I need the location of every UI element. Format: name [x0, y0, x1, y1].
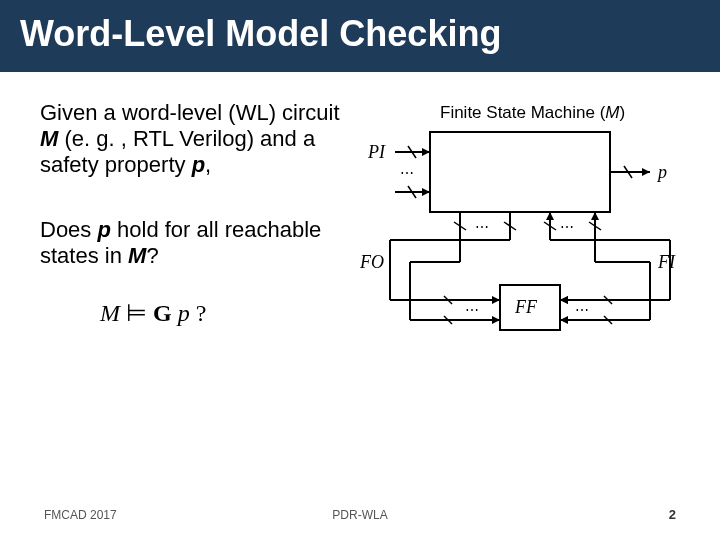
formula-qmark: ? [196, 300, 207, 326]
var-p: p [97, 217, 110, 242]
footer-left: FMCAD 2017 [44, 508, 117, 522]
text: Given a word-level (WL) circuit [40, 100, 340, 125]
diagram-column: Finite State Machine (M) PI ⋯ p [350, 100, 700, 364]
paragraph-1: Given a word-level (WL) circuit M (e. g.… [40, 100, 340, 178]
arrowhead-icon [422, 188, 430, 196]
arrowhead-icon [591, 212, 599, 220]
formula-G: G [153, 300, 172, 326]
label-PI: PI [367, 142, 386, 162]
slide-footer: FMCAD 2017 PDR-WLA 2 [0, 507, 720, 522]
var-M: M [40, 126, 58, 151]
label-FI: FI [657, 252, 676, 272]
var-p: p [192, 152, 205, 177]
slide-body: Given a word-level (WL) circuit M (e. g.… [0, 72, 720, 364]
label-FO: FO [359, 252, 384, 272]
arrowhead-icon [422, 148, 430, 156]
formula-p: p [178, 300, 190, 326]
text: ? [146, 243, 158, 268]
label-p: p [656, 162, 667, 182]
arrowhead-icon [492, 316, 500, 324]
dots-icon: ⋯ [400, 166, 414, 181]
label-FF: FF [514, 297, 538, 317]
slide: Word-Level Model Checking Given a word-l… [0, 0, 720, 540]
text: (e. g. , RTL Verilog) and a safety prope… [40, 126, 315, 177]
page-number: 2 [669, 507, 676, 522]
arrowhead-icon [642, 168, 650, 176]
slide-title: Word-Level Model Checking [0, 0, 720, 72]
formula-M: M [100, 300, 120, 326]
text: , [205, 152, 211, 177]
arrowhead-icon [560, 296, 568, 304]
main-box [430, 132, 610, 212]
var-M: M [128, 243, 146, 268]
arrowhead-icon [492, 296, 500, 304]
dots-icon: ⋯ [560, 220, 574, 235]
fsm-diagram: Finite State Machine (M) PI ⋯ p [350, 100, 690, 360]
dots-icon: ⋯ [475, 220, 489, 235]
dots-icon: ⋯ [465, 303, 479, 318]
arrowhead-icon [560, 316, 568, 324]
formula: M ⊨ G p ? [100, 299, 340, 327]
models-symbol: ⊨ [126, 300, 147, 326]
paragraph-2: Does p hold for all reachable states in … [40, 217, 340, 269]
arrowhead-icon [546, 212, 554, 220]
diagram-title: Finite State Machine (M) [440, 103, 625, 122]
footer-center: PDR-WLA [332, 508, 387, 522]
text-column: Given a word-level (WL) circuit M (e. g.… [40, 100, 340, 364]
dots-icon: ⋯ [575, 303, 589, 318]
text: Does [40, 217, 97, 242]
